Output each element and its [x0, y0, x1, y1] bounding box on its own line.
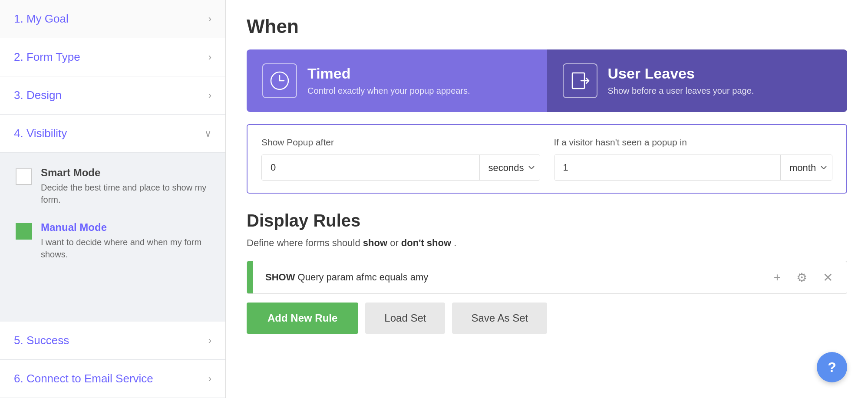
visitor-seen-inputs: day week month year — [554, 155, 833, 181]
display-rules-desc: Define where forms should show or don't … — [247, 237, 847, 249]
manual-mode-checkbox[interactable] — [16, 223, 32, 240]
display-rules-or: or — [390, 237, 401, 248]
timed-card-title: Timed — [307, 65, 470, 82]
popup-delay-col: Show Popup after seconds minutes hours — [261, 137, 540, 181]
display-rules-title: Display Rules — [247, 211, 847, 230]
popup-delay-inputs: seconds minutes hours — [261, 155, 540, 181]
smart-mode-title: Smart Mode — [41, 167, 210, 179]
exit-icon-box — [563, 63, 597, 98]
when-settings: Show Popup after seconds minutes hours I… — [247, 124, 847, 194]
sidebar-item-visibility-expanded: 4. Visibility ∨ Smart Mode Decide the be… — [0, 115, 225, 322]
exit-icon — [570, 70, 591, 91]
rule-color-bar — [247, 261, 253, 293]
visitor-seen-col: If a visitor hasn't seen a popup in day … — [554, 137, 833, 181]
clock-icon-box — [262, 63, 297, 98]
visitor-seen-label: If a visitor hasn't seen a popup in — [554, 137, 833, 148]
smart-mode-desc: Decide the best time and place to show m… — [41, 181, 210, 206]
popup-delay-label: Show Popup after — [261, 137, 540, 148]
sidebar-item-connect-email-label: 6. Connect to Email Service — [14, 372, 153, 385]
sidebar-item-my-goal[interactable]: 1. My Goal › — [0, 0, 225, 38]
clock-icon — [269, 70, 290, 91]
save-as-set-button[interactable]: Save As Set — [452, 303, 547, 334]
rule-text: SHOW Query param afmc equals amy — [253, 261, 760, 293]
smart-mode-option: Smart Mode Decide the best time and plac… — [16, 167, 210, 206]
user-leaves-card[interactable]: User Leaves Show before a user leaves yo… — [547, 49, 848, 112]
timed-card-text: Timed Control exactly when your popup ap… — [307, 65, 470, 97]
when-row: Show Popup after seconds minutes hours I… — [261, 137, 832, 181]
rule-add-button[interactable]: + — [770, 267, 784, 288]
add-new-rule-button[interactable]: Add New Rule — [247, 303, 358, 334]
sidebar-item-connect-email[interactable]: 6. Connect to Email Service › — [0, 360, 225, 398]
rule-settings-button[interactable]: ⚙ — [793, 267, 811, 288]
chevron-right-icon: › — [208, 335, 211, 346]
sidebar-item-my-goal-label: 1. My Goal — [14, 12, 69, 26]
when-title: When — [247, 16, 847, 37]
user-leaves-card-title: User Leaves — [608, 65, 754, 82]
chevron-right-icon: › — [208, 52, 211, 63]
sidebar-item-form-type[interactable]: 2. Form Type › — [0, 38, 225, 76]
rule-show-label: SHOW — [265, 272, 295, 283]
chevron-right-icon: › — [208, 373, 211, 385]
sidebar: 1. My Goal › 2. Form Type › 3. Design › … — [0, 0, 226, 398]
user-leaves-card-text: User Leaves Show before a user leaves yo… — [608, 65, 754, 97]
rule-remove-button[interactable]: ✕ — [819, 267, 836, 288]
bottom-buttons: Add New Rule Load Set Save As Set — [247, 303, 847, 334]
display-rules-dont-show: don't show — [401, 237, 451, 248]
visibility-content: Smart Mode Decide the best time and plac… — [0, 153, 225, 290]
when-cards: Timed Control exactly when your popup ap… — [247, 49, 847, 112]
display-rules-desc-prefix: Define where forms should — [247, 237, 363, 248]
manual-mode-desc: I want to decide where and when my form … — [41, 236, 210, 260]
main-content: When Timed Control exactly when your pop… — [226, 0, 868, 398]
manual-mode-option: Manual Mode I want to decide where and w… — [16, 221, 210, 260]
rule-condition: Query param afmc equals amy — [298, 272, 429, 283]
visitor-seen-number[interactable] — [554, 155, 781, 180]
smart-mode-text: Smart Mode Decide the best time and plac… — [41, 167, 210, 206]
chevron-right-icon: › — [208, 13, 211, 25]
timed-card-desc: Control exactly when your popup appears. — [307, 85, 470, 97]
rule-actions: + ⚙ ✕ — [760, 267, 847, 288]
visitor-seen-unit-select[interactable]: day week month year — [780, 155, 832, 180]
manual-mode-title: Manual Mode — [41, 221, 210, 234]
display-rules-desc-suffix: . — [454, 237, 456, 248]
user-leaves-card-desc: Show before a user leaves your page. — [608, 85, 754, 97]
popup-delay-unit-select[interactable]: seconds minutes hours — [479, 155, 540, 180]
chevron-right-icon: › — [208, 90, 211, 101]
timed-card[interactable]: Timed Control exactly when your popup ap… — [247, 49, 547, 112]
sidebar-item-visibility-label: 4. Visibility — [14, 127, 67, 140]
sidebar-item-visibility-header[interactable]: 4. Visibility ∨ — [0, 115, 225, 153]
popup-delay-number[interactable] — [262, 155, 479, 180]
rule-row: SHOW Query param afmc equals amy + ⚙ ✕ — [247, 261, 847, 294]
sidebar-item-design[interactable]: 3. Design › — [0, 76, 225, 115]
manual-mode-text: Manual Mode I want to decide where and w… — [41, 221, 210, 260]
help-icon: ? — [828, 359, 836, 375]
load-set-button[interactable]: Load Set — [365, 303, 445, 334]
smart-mode-checkbox[interactable] — [16, 168, 32, 185]
sidebar-item-success[interactable]: 5. Success › — [0, 322, 225, 360]
help-button[interactable]: ? — [817, 352, 847, 382]
sidebar-item-design-label: 3. Design — [14, 89, 62, 102]
sidebar-bottom: 5. Success › 6. Connect to Email Service… — [0, 322, 225, 398]
sidebar-item-form-type-label: 2. Form Type — [14, 50, 80, 64]
sidebar-item-success-label: 5. Success — [14, 334, 69, 347]
display-rules-show: show — [363, 237, 387, 248]
chevron-down-icon: ∨ — [205, 128, 211, 139]
